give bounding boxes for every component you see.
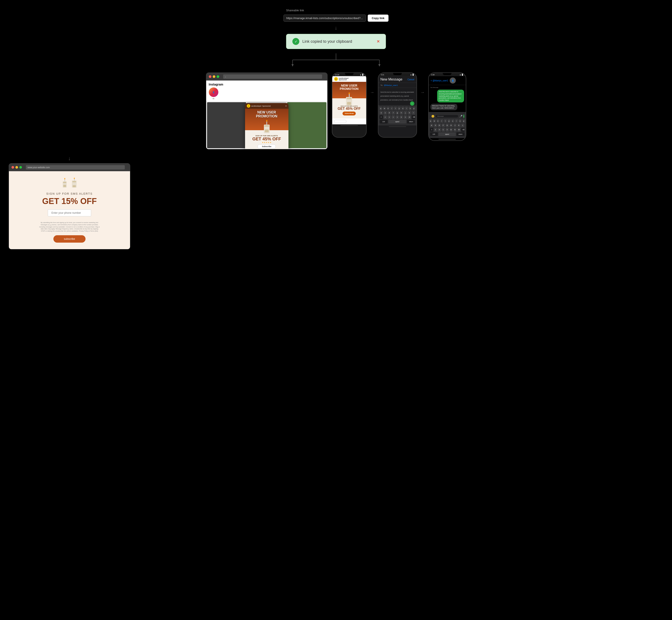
conv-key-space[interactable]: space	[438, 133, 456, 136]
key-u[interactable]: u	[401, 107, 404, 110]
key-x[interactable]: x	[387, 115, 391, 119]
conv-key-q[interactable]: q	[429, 119, 432, 123]
phone-arrow-1: →	[370, 90, 374, 95]
key-b[interactable]: b	[400, 115, 403, 119]
conv-key-x[interactable]: X	[438, 128, 441, 132]
key-g[interactable]: g	[396, 111, 399, 115]
landing-subscribe-button[interactable]: subscribe	[53, 235, 85, 243]
conv-keyboard-row-1: q w e r t y u i o p	[430, 119, 465, 123]
conv-key-l[interactable]: L	[461, 123, 465, 127]
messages-body[interactable]: Send this text to subscribe to recurring…	[378, 88, 417, 105]
phone1-more-icon[interactable]: •••	[361, 77, 364, 81]
key-123[interactable]: 123	[380, 120, 387, 123]
key-n[interactable]: n	[404, 115, 407, 119]
conv-key-z[interactable]: Z	[434, 128, 437, 132]
key-k[interactable]: k	[408, 111, 411, 115]
svg-marker-6	[378, 64, 380, 66]
imessage-input[interactable]	[435, 115, 458, 118]
messages-to-value: @klaviyo_user1	[384, 84, 398, 86]
landing-phone-input[interactable]	[48, 209, 91, 216]
conv-key-k[interactable]: K	[457, 123, 461, 127]
key-s[interactable]: s	[383, 111, 387, 115]
key-h[interactable]: h	[400, 111, 403, 115]
conv-key-f[interactable]: F	[442, 123, 445, 127]
key-z[interactable]: z	[383, 115, 387, 119]
phone1-cta-button[interactable]: Subscribe ▶	[343, 111, 356, 115]
key-c[interactable]: c	[392, 115, 395, 119]
landing-url-bar[interactable]: www.your-website.com	[26, 165, 125, 169]
key-r[interactable]: r	[390, 107, 393, 110]
key-j[interactable]: j	[404, 111, 407, 115]
conv-key-m[interactable]: M	[457, 128, 461, 132]
key-y[interactable]: y	[398, 107, 401, 110]
key-i[interactable]: i	[405, 107, 408, 110]
conv-key-a[interactable]: A	[430, 123, 433, 127]
phone1-share-icon[interactable]: ⬆	[362, 119, 364, 123]
branch-arrows	[260, 53, 412, 71]
conv-key-v[interactable]: V	[446, 128, 449, 132]
ig-popup-close-button[interactable]: ×	[286, 105, 287, 107]
browser-url-bar[interactable]: ⌕	[223, 74, 322, 79]
key-w[interactable]: w	[383, 107, 386, 110]
conv-key-o[interactable]: o	[459, 119, 462, 123]
popup-subscribe-button[interactable]: Subscribe	[257, 144, 276, 149]
conv-key-123[interactable]: 123	[430, 133, 438, 136]
conv-key-c[interactable]: C	[442, 128, 445, 132]
conversation-send-button[interactable]: ↑	[463, 114, 465, 118]
key-d[interactable]: d	[387, 111, 391, 115]
landing-mac-dot-green	[19, 166, 22, 169]
conv-key-j[interactable]: J	[454, 123, 457, 127]
svg-rect-11	[265, 130, 269, 132]
key-a[interactable]: a	[379, 111, 383, 115]
key-space[interactable]: space	[388, 120, 406, 123]
conv-key-d[interactable]: D	[438, 123, 441, 127]
conv-key-r[interactable]: r	[440, 119, 443, 123]
svg-rect-23	[72, 181, 76, 182]
conv-key-return[interactable]: return	[457, 133, 464, 136]
key-m[interactable]: m	[408, 115, 411, 119]
conv-key-e[interactable]: e	[436, 119, 440, 123]
popup-sub-text: SIGN UP FOR SMS ALERTS	[247, 135, 287, 137]
conv-key-b[interactable]: B	[450, 128, 453, 132]
ig-popup-brand: 🕯 candlesdepot Sponsored	[247, 104, 271, 108]
ig-story-item[interactable]: 👤 IG	[209, 88, 218, 100]
toast-close-button[interactable]: ×	[377, 39, 380, 44]
key-p[interactable]: p	[412, 107, 415, 110]
key-v[interactable]: v	[396, 115, 399, 119]
copy-link-button[interactable]: Copy link	[368, 14, 389, 22]
phone1-title-2: PROMOTION	[334, 87, 364, 91]
conv-key-w[interactable]: w	[433, 119, 436, 123]
key-o[interactable]: o	[409, 107, 412, 110]
popup-title-line2: PROMOTION	[247, 114, 287, 118]
conv-key-t[interactable]: t	[444, 119, 447, 123]
conv-key-shift[interactable]: ⇧	[430, 128, 433, 132]
conversation-back-button[interactable]: < @klaviyo_user1	[431, 80, 448, 82]
conv-key-delete[interactable]: ⌫	[461, 128, 465, 132]
phone1-bottom-bar: Subscribe ⬆	[332, 118, 366, 124]
key-return[interactable]: return	[407, 120, 415, 123]
conv-key-y[interactable]: y	[448, 119, 451, 123]
conv-key-n[interactable]: N	[454, 128, 457, 132]
conv-key-s[interactable]: S	[434, 123, 437, 127]
conv-key-g[interactable]: G	[446, 123, 449, 127]
phone-notch-3	[443, 73, 452, 75]
messages-send-icon[interactable]: ↑	[410, 101, 414, 106]
key-delete[interactable]: ⌫	[412, 115, 415, 119]
messages-cancel-button[interactable]: Cancel	[407, 79, 414, 81]
conv-key-u[interactable]: u	[451, 119, 454, 123]
microphone-icon[interactable]: 🎤	[459, 115, 463, 118]
keyboard-row-3: ⇧ z x c v b n m ⌫	[380, 115, 415, 119]
key-l[interactable]: l	[412, 111, 415, 115]
conv-key-h[interactable]: H	[450, 123, 453, 127]
conv-key-p[interactable]: p	[462, 119, 465, 123]
emoji-icon[interactable]: 😊	[431, 115, 434, 118]
shareable-link-input[interactable]	[283, 14, 366, 22]
key-shift[interactable]: ⇧	[379, 115, 383, 119]
key-f[interactable]: f	[392, 111, 395, 115]
phone1-subscribe-btn[interactable]: Subscribe	[334, 120, 347, 123]
key-e[interactable]: e	[386, 107, 390, 110]
conv-key-i[interactable]: i	[455, 119, 458, 123]
key-t[interactable]: t	[394, 107, 397, 110]
messages-compose-header: New Message Cancel	[378, 76, 417, 83]
key-q[interactable]: q	[379, 107, 382, 110]
